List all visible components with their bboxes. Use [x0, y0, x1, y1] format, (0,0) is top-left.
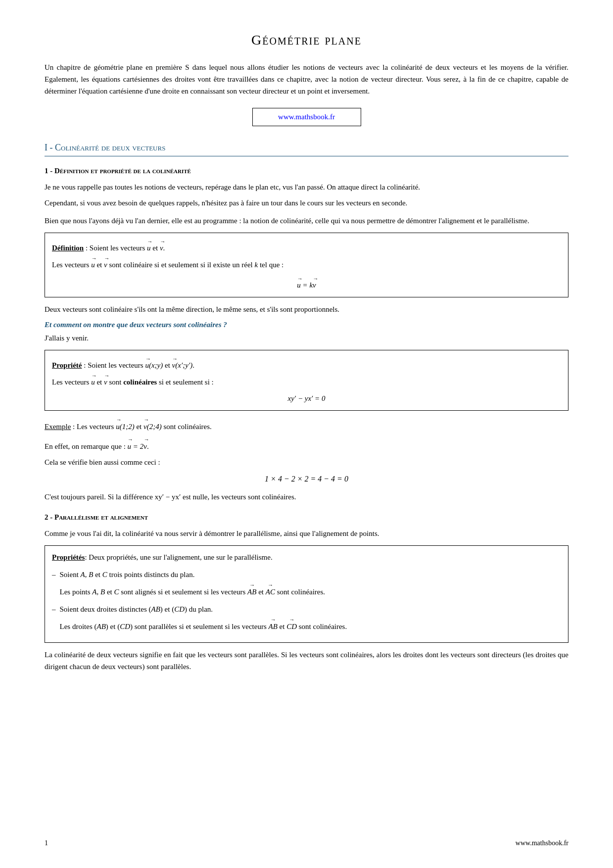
properties-box: Propriétés: Deux propriétés, une sur l'a…: [45, 545, 568, 643]
page-title: Géométrie plane: [45, 30, 568, 50]
subsection1-p3: Bien que nous l'ayons déjà vu l'an derni…: [45, 215, 568, 227]
footer: 1 www.mathsbook.fr: [45, 838, 568, 848]
propriete-label: Propriété: [52, 361, 82, 369]
exemple-formula: 1 × 4 − 2 × 2 = 4 − 4 = 0: [45, 473, 568, 485]
italic-answer: J'allais y venir.: [45, 332, 568, 344]
footer-page: 1: [45, 838, 48, 848]
property-item-2: – Soient deux droites distinctes (AB) et…: [52, 603, 561, 633]
proprietes-label: Propriétés: [52, 553, 85, 561]
propriete-box: Propriété : Soient les vecteurs →u(x;y) …: [45, 350, 568, 411]
exemple-line: Exemple : Les vecteurs →u(1;2) et →v(2;4…: [45, 417, 568, 433]
property-item-1: – Soient A, B et C trois points distinct…: [52, 568, 561, 599]
colineaire-text: Deux vecteurs sont colinéaire s'ils ont …: [45, 303, 568, 315]
italic-question: Et comment on montre que deux vecteurs s…: [45, 319, 568, 331]
intro-paragraph: Un chapitre de géométrie plane en premiè…: [45, 61, 568, 97]
conclusion-text: La colinéarité de deux vecteurs signifie…: [45, 649, 568, 673]
footer-website: www.mathsbook.fr: [516, 838, 568, 848]
definition-formula: →u = k→v: [52, 275, 561, 292]
propriete-formula: xy′ − yx′ = 0: [52, 392, 561, 405]
definition-line2: Les vecteurs →u et →v sont colinéaire si…: [52, 255, 561, 272]
subsection1-p2: Cependant, si vous avez besoin de quelqu…: [45, 197, 568, 209]
exemple-remark: En effet, on remarque que : →u = 2→v.: [45, 436, 568, 452]
prop2-title: Soient deux droites distinctes (AB) et (…: [60, 603, 347, 616]
section1-title: I - Colinéarité de deux vecteurs: [45, 141, 568, 156]
prop2-text: Les droites (AB) et (CD) sont parallèles…: [60, 616, 347, 633]
propriete-line1: Propriété : Soient les vecteurs →u(x;y) …: [52, 355, 561, 372]
website-link[interactable]: www.mathsbook.fr: [252, 108, 361, 126]
definition-box: Définition : Soient les vecteurs →u et →…: [45, 233, 568, 297]
proprietes-header: Propriétés: Deux propriétés, une sur l'a…: [52, 551, 561, 564]
cest-toujours: C'est toujours pareil. Si la différence …: [45, 491, 568, 503]
exemple-remark2: Cela se vérifie bien aussi comme ceci :: [45, 456, 568, 468]
subsection1-title: 1 - Définition et propriété de la coliné…: [45, 165, 568, 177]
definition-label: Définition: [52, 244, 84, 252]
subsection1-p1: Je ne vous rappelle pas toutes les notio…: [45, 181, 568, 193]
page: Géométrie plane Un chapitre de géométrie…: [0, 0, 613, 868]
subsection2-p1: Comme je vous l'ai dit, la colinéarité v…: [45, 528, 568, 539]
definition-line1: Définition : Soient les vecteurs →u et →…: [52, 238, 561, 255]
propriete-line2: Les vecteurs →u et →v sont colinéaires s…: [52, 372, 561, 389]
prop1-text: Les points A, B et C sont alignés si et …: [60, 581, 326, 599]
exemple-label: Exemple: [45, 423, 71, 431]
prop1-title: Soient A, B et C trois points distincts …: [60, 568, 326, 581]
subsection2-title: 2 - Parallélisme et alignement: [45, 512, 568, 523]
